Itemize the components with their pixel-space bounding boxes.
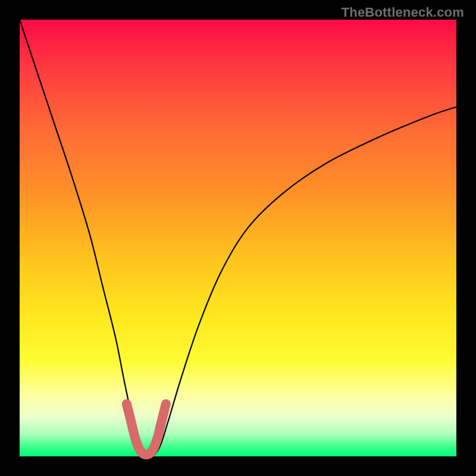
- bottleneck-curve: [20, 20, 456, 456]
- chart-frame: TheBottleneck.com: [0, 0, 476, 476]
- curve-layer: [0, 0, 476, 476]
